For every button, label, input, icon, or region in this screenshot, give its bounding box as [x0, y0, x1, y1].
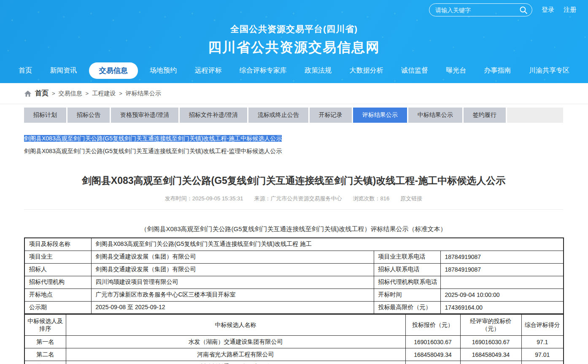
candidate-score: 97.01 [521, 348, 564, 361]
home-icon [24, 90, 32, 97]
original-link[interactable]: 原文链接 [400, 195, 422, 202]
table-row: 公示期 2025-09-08 至 2025-09-12 投标最高限价（元） 17… [24, 301, 564, 314]
detail-label: 招标代理机构联系电话 [374, 276, 440, 289]
breadcrumb-separator: > [119, 90, 122, 97]
detail-value: 18784919087 [440, 251, 564, 263]
detail-value: 四川鸿颉建设项目管理有限公司 [91, 276, 374, 289]
page-title: 剑阁县X083高观至剑门关公路(G5复线剑门关互通连接线至剑门关镇)改线工程-施… [24, 174, 563, 187]
detail-label: 开标时间 [374, 289, 440, 301]
detail-value: 2025-09-04 10:00:00 [440, 289, 564, 301]
tab-bid-opening-record[interactable]: 开标记录 [310, 108, 352, 123]
selected-text-highlight: 剑阁县X083高观至剑门关公路(G5复线剑门关互通连接线至剑门关镇)改线工程-施… [24, 135, 282, 142]
detail-label: 项目及标段名称 [24, 238, 91, 251]
nav-item-expert-database[interactable]: 综合评标专家库 [234, 63, 293, 78]
candidate-reviewed-bid: 169016030.67 [460, 336, 521, 348]
main-nav: 首页 新闻资讯 交易信息 场地预约 远程评标 综合评标专家库 政策法规 大数据分… [0, 62, 588, 79]
breadcrumb: 首页 > 交易信息 > 工程建设 > 评标结果公示 [0, 83, 588, 104]
detail-label: 招标代理机构 [24, 276, 91, 289]
table-row: 第二名 河南省光大路桥工程有限公司 168458049.34 168458049… [24, 348, 564, 361]
candidate-score: 97.1 [521, 336, 564, 348]
view-count: 浏览次数：816 [353, 195, 390, 202]
tab-contract-performance[interactable]: 签约履行 [464, 108, 506, 123]
article-meta: 发布时间：2025-09-05 15:35:31 来源：广元市公共资源交易服务中… [24, 195, 563, 202]
project-details-table: 项目及标段名称 剑阁县X083高观至剑门关公路(G5复线剑门关互通连接线至剑门关… [24, 237, 564, 314]
breadcrumb-trade-info[interactable]: 交易信息 [59, 90, 82, 97]
announcement-link-supervision[interactable]: 剑阁县X083高观至剑门关公路(G5复线剑门关互通连接线至剑门关镇)改线工程-监… [24, 145, 563, 157]
tab-prequalification-supplement[interactable]: 资格预审补遗/澄清 [111, 108, 178, 123]
nav-item-news[interactable]: 新闻资讯 [44, 63, 83, 78]
detail-value: 剑阁县X083高观至剑门关公路(G5复线剑门关互通连接线至剑门关镇)改线工程 施… [91, 238, 564, 251]
search-input[interactable] [435, 7, 519, 13]
nav-item-home[interactable]: 首页 [13, 63, 38, 78]
candidate-reviewed-bid: 168458049.34 [460, 348, 521, 361]
column-header-name: 中标候选人名称 [66, 315, 405, 336]
detail-label: 项目业主联系电话 [374, 251, 440, 263]
detail-value: 2025-09-08 至 2025-09-12 [91, 301, 374, 314]
detail-label: 公示期 [24, 301, 91, 314]
candidate-rank: 第二名 [24, 348, 66, 361]
tab-bidding-plan[interactable]: 招标计划 [24, 108, 66, 123]
register-link[interactable]: 注册 [564, 6, 576, 14]
tab-bidding-announcement[interactable]: 招标公告 [67, 108, 110, 123]
nav-item-chuanyu-zone[interactable]: 川渝共享专区 [523, 63, 575, 78]
detail-value: 174369164.00 [440, 301, 564, 314]
divider [24, 209, 563, 210]
source: 来源：广元市公共资源交易服务中心 [254, 195, 342, 202]
search-icon[interactable] [519, 6, 528, 14]
detail-label: 项目业主 [24, 251, 91, 263]
breadcrumb-home[interactable]: 首页 [35, 89, 49, 98]
candidate-name: 四川路桥桥梁工程有限责任公司 [66, 361, 405, 364]
table-row: 招标代理机构 四川鸿颉建设项目管理有限公司 招标代理机构联系电话 [24, 276, 564, 289]
nav-item-venue-booking[interactable]: 场地预约 [144, 63, 183, 78]
candidate-score: 96.75 [521, 361, 564, 364]
detail-label: 招标人联系电话 [374, 263, 440, 276]
tab-row-filler [507, 108, 563, 123]
detail-value: 广元市万缘新区市政务服务中心C区三楼本项目开标室 [91, 289, 374, 301]
table-row: 项目及标段名称 剑阁县X083高观至剑门关公路(G5复线剑门关互通连接线至剑门关… [24, 238, 564, 251]
bid-candidates-table: 中标候选人及排序 中标候选人名称 投标报价（元） 经评审的投标价（元） 综合评标… [24, 314, 564, 364]
search-box[interactable] [429, 3, 532, 16]
column-header-bid: 投标报价（元） [405, 315, 460, 336]
nav-item-policies[interactable]: 政策法规 [299, 63, 337, 78]
detail-label: 招标人 [24, 263, 91, 276]
nav-item-remote-evaluation[interactable]: 远程评标 [189, 63, 227, 78]
login-link[interactable]: 登录 [542, 6, 554, 14]
nav-item-big-data[interactable]: 大数据分析 [344, 63, 389, 78]
breadcrumb-separator: > [86, 90, 89, 97]
breadcrumb-evaluation-result[interactable]: 评标结果公示 [126, 90, 161, 97]
tab-failed-or-terminated[interactable]: 流标或终止公告 [248, 108, 308, 123]
announcement-list: 剑阁县X083高观至剑门关公路(G5复线剑门关互通连接线至剑门关镇)改线工程-施… [24, 132, 563, 157]
main-content: 招标计划 招标公告 资格预审补遗/澄清 招标文件补遗/澄清 流标或终止公告 开标… [24, 108, 563, 364]
table-row: 开标地点 广元市万缘新区市政务服务中心C区三楼本项目开标室 开标时间 2025-… [24, 289, 564, 301]
site-title: 四川省公共资源交易信息网 [0, 38, 588, 57]
candidate-bid: 168458049.34 [405, 348, 460, 361]
candidate-name: 水发（湖南）交通建设集团有限公司 [66, 336, 405, 348]
announcement-link-construction[interactable]: 剑阁县X083高观至剑门关公路(G5复线剑门关互通连接线至剑门关镇)改线工程-施… [24, 132, 563, 145]
site-header: 登录 注册 全国公共资源交易平台(四川省) 四川省公共资源交易信息网 首页 新闻… [0, 0, 588, 83]
nav-item-trade-info[interactable]: 交易信息 [89, 62, 138, 79]
category-tabs: 招标计划 招标公告 资格预审补遗/澄清 招标文件补遗/澄清 流标或终止公告 开标… [24, 108, 563, 123]
nav-item-service-guide[interactable]: 办事指南 [478, 63, 517, 78]
result-table-caption: （剑阁县X083高观至剑门关公路(G5复线剑门关互通连接线至剑门关镇)改线工程）… [24, 225, 563, 233]
candidate-name: 河南省光大路桥工程有限公司 [66, 348, 405, 361]
candidate-reviewed-bid: 170079682.60 [460, 361, 521, 364]
column-header-rank: 中标候选人及排序 [24, 315, 66, 336]
table-row: 第三名 四川路桥桥梁工程有限责任公司 170079682.60 17007968… [24, 361, 564, 364]
header-titles: 全国公共资源交易平台(四川省) 四川省公共资源交易信息网 [0, 23, 588, 57]
table-row: 第一名 水发（湖南）交通建设集团有限公司 169016030.67 169016… [24, 336, 564, 348]
breadcrumb-separator: > [52, 90, 55, 97]
nav-item-exposure[interactable]: 曝光台 [440, 63, 472, 78]
candidate-bid: 169016030.67 [405, 336, 460, 348]
tab-evaluation-result[interactable]: 评标结果公示 [353, 108, 407, 123]
detail-label: 开标地点 [24, 289, 91, 301]
nav-item-integrity-supervision[interactable]: 诚信监督 [395, 63, 434, 78]
publish-time: 发布时间：2025-09-05 15:35:31 [165, 195, 243, 202]
breadcrumb-engineering[interactable]: 工程建设 [92, 90, 116, 97]
table-row: 招标人 剑阁县交通建设发展（集团）有限公司 招标人联系电话 1878491908… [24, 263, 564, 276]
tab-document-supplement[interactable]: 招标文件补遗/澄清 [180, 108, 247, 123]
column-header-score: 综合评标得分 [521, 315, 564, 336]
detail-value: 剑阁县交通建设发展（集团）有限公司 [91, 263, 374, 276]
tab-award-result[interactable]: 中标结果公示 [408, 108, 462, 123]
header-top-bar: 登录 注册 [429, 3, 576, 16]
detail-label: 投标最高限价（元） [374, 301, 440, 314]
